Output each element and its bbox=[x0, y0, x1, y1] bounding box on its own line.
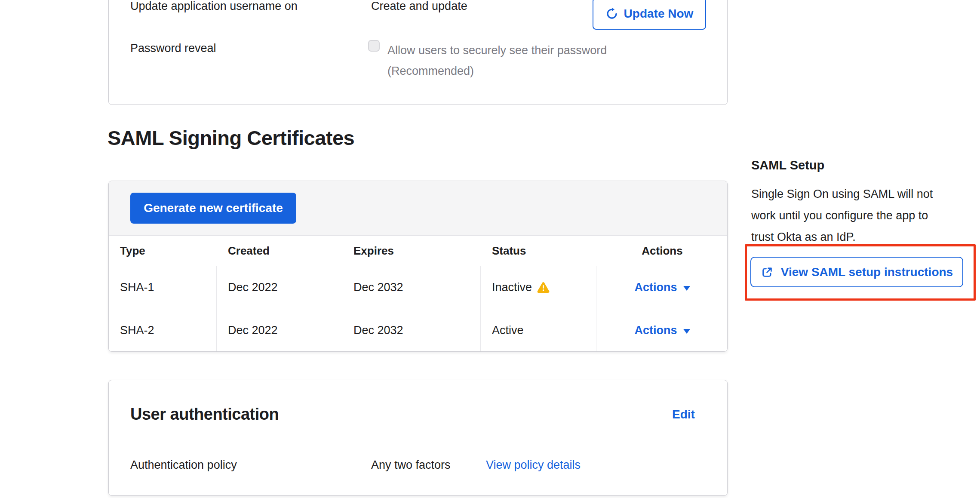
update-now-button[interactable]: Update Now bbox=[593, 0, 706, 30]
user-authentication-title: User authentication bbox=[130, 405, 279, 424]
page-title: SAML Signing Certificates bbox=[108, 126, 354, 150]
edit-link[interactable]: Edit bbox=[672, 408, 695, 421]
refresh-icon bbox=[605, 7, 618, 20]
external-link-icon bbox=[761, 266, 774, 279]
certificate-row-sha1: SHA-1 Dec 2022 Dec 2032 Inactive bbox=[109, 266, 727, 309]
saml-setup-title: SAML Setup bbox=[751, 158, 824, 172]
username-update-value: Create and update bbox=[371, 0, 467, 13]
password-reveal-checkbox-label: Allow users to securely see their passwo… bbox=[387, 40, 645, 81]
column-header-type: Type bbox=[109, 236, 217, 266]
view-saml-setup-label: View SAML setup instructions bbox=[781, 265, 953, 279]
generate-new-certificate-button[interactable]: Generate new certificate bbox=[130, 193, 296, 224]
saml-setup-description: Single Sign On using SAML will not work … bbox=[751, 183, 966, 248]
update-now-label: Update Now bbox=[624, 7, 694, 21]
cell-status: Inactive bbox=[481, 266, 596, 309]
authentication-policy-value: Any two factors bbox=[371, 458, 451, 472]
actions-label: Actions bbox=[634, 324, 677, 337]
chevron-down-icon bbox=[683, 329, 690, 334]
password-reveal-checkbox[interactable] bbox=[368, 40, 380, 52]
authentication-policy-label: Authentication policy bbox=[130, 458, 237, 472]
cell-status: Active bbox=[481, 309, 596, 352]
cell-created: Dec 2022 bbox=[217, 266, 342, 309]
status-text: Active bbox=[492, 324, 524, 337]
status-text: Inactive bbox=[492, 281, 532, 294]
cell-expires: Dec 2032 bbox=[342, 266, 481, 309]
user-authentication-card: User authentication Edit Authentication … bbox=[108, 380, 728, 496]
column-header-status: Status bbox=[481, 236, 596, 266]
app-settings-card: Update application username on Create an… bbox=[108, 0, 728, 105]
cell-type: SHA-2 bbox=[109, 309, 217, 352]
cell-created: Dec 2022 bbox=[217, 309, 342, 352]
certificates-toolbar: Generate new certificate bbox=[109, 181, 727, 236]
column-header-expires: Expires bbox=[342, 236, 481, 266]
certificate-row-sha2: SHA-2 Dec 2022 Dec 2032 Active Actions bbox=[109, 309, 727, 352]
password-reveal-label: Password reveal bbox=[130, 42, 216, 55]
certificates-table-header: Type Created Expires Status Actions bbox=[109, 236, 727, 266]
view-saml-setup-instructions-button[interactable]: View SAML setup instructions bbox=[750, 257, 963, 287]
column-header-actions: Actions bbox=[596, 236, 728, 266]
view-policy-details-link[interactable]: View policy details bbox=[486, 458, 581, 472]
actions-dropdown[interactable]: Actions bbox=[634, 324, 690, 337]
cell-type: SHA-1 bbox=[109, 266, 217, 309]
warning-triangle-icon bbox=[537, 282, 550, 293]
column-header-created: Created bbox=[217, 236, 342, 266]
cell-expires: Dec 2032 bbox=[342, 309, 481, 352]
actions-dropdown[interactable]: Actions bbox=[634, 281, 690, 294]
saml-certificates-card: Generate new certificate Type Created Ex… bbox=[108, 181, 728, 352]
chevron-down-icon bbox=[683, 286, 690, 291]
actions-label: Actions bbox=[634, 281, 677, 294]
page: Update application username on Create an… bbox=[0, 0, 980, 498]
username-update-label: Update application username on bbox=[130, 0, 298, 13]
